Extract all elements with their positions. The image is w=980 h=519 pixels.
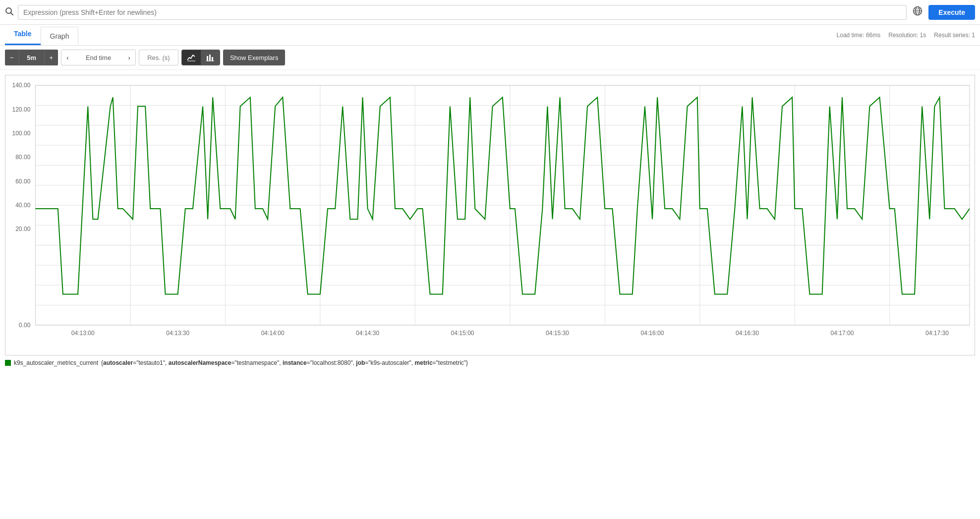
tabs: Table Graph (5, 25, 78, 45)
tab-graph[interactable]: Graph (41, 27, 79, 45)
resolution-stat: Resolution: 1s (888, 32, 926, 39)
svg-text:04:13:00: 04:13:00 (71, 330, 95, 337)
chart-container: 140.00 120.00 100.00 80.00 60.00 40.00 2… (0, 70, 980, 355)
svg-text:40.00: 40.00 (15, 202, 31, 209)
load-time-stat: Load time: 66ms (837, 32, 881, 39)
svg-text:04:15:30: 04:15:30 (546, 330, 569, 337)
duration-plus-button[interactable]: + (44, 50, 58, 65)
search-icon[interactable] (5, 7, 14, 18)
chart-wrap: 140.00 120.00 100.00 80.00 60.00 40.00 2… (5, 75, 975, 355)
svg-text:120.00: 120.00 (12, 106, 30, 113)
chart-type-group (181, 50, 220, 65)
svg-text:04:13:30: 04:13:30 (166, 330, 189, 337)
svg-rect-8 (207, 56, 208, 61)
duration-group: − 5m + (5, 50, 58, 65)
line-chart-button[interactable] (182, 50, 201, 65)
legend-color (5, 360, 11, 366)
svg-text:100.00: 100.00 (12, 130, 30, 137)
end-time-next-button[interactable]: › (123, 50, 135, 65)
svg-text:04:17:30: 04:17:30 (925, 330, 949, 337)
duration-minus-button[interactable]: − (5, 50, 19, 65)
search-input[interactable]: k9s_autoscaler_metrics_current (18, 5, 907, 20)
legend: k9s_autoscaler_metrics_current {autoscal… (0, 355, 980, 370)
svg-line-1 (11, 12, 13, 15)
svg-text:04:16:00: 04:16:00 (641, 330, 664, 337)
svg-text:04:14:00: 04:14:00 (261, 330, 285, 337)
svg-rect-10 (212, 57, 213, 61)
legend-labels: {autoscaler="testauto1", autoscalerNames… (101, 359, 468, 366)
duration-display: 5m (19, 54, 44, 61)
execute-button[interactable]: Execute (928, 5, 975, 20)
end-time-label: End time (74, 54, 123, 61)
tab-table[interactable]: Table (5, 25, 41, 45)
svg-text:04:16:30: 04:16:30 (736, 330, 759, 337)
svg-rect-9 (209, 55, 211, 61)
svg-text:80.00: 80.00 (15, 154, 31, 161)
show-exemplars-button[interactable]: Show Exemplars (223, 50, 286, 65)
svg-text:140.00: 140.00 (12, 82, 30, 89)
svg-text:04:14:30: 04:14:30 (356, 330, 379, 337)
toolbar: − 5m + ‹ End time › Show Exemplars (0, 46, 980, 70)
tabs-row: Table Graph Load time: 66ms Resolution: … (0, 25, 980, 46)
svg-text:04:17:00: 04:17:00 (830, 330, 854, 337)
search-bar: k9s_autoscaler_metrics_current Execute (0, 0, 980, 25)
stats-info: Load time: 66ms Resolution: 1s Result se… (837, 28, 975, 43)
resolution-input[interactable] (139, 50, 178, 65)
svg-text:0.00: 0.00 (19, 322, 31, 329)
svg-text:20.00: 20.00 (15, 226, 31, 232)
globe-icon[interactable] (911, 4, 924, 20)
bar-chart-button[interactable] (201, 50, 220, 65)
svg-text:04:15:00: 04:15:00 (451, 330, 474, 337)
legend-metric-name: k9s_autoscaler_metrics_current (14, 359, 98, 366)
svg-text:60.00: 60.00 (15, 178, 31, 185)
end-time-prev-button[interactable]: ‹ (61, 50, 73, 65)
chart-svg: 140.00 120.00 100.00 80.00 60.00 40.00 2… (5, 75, 975, 355)
result-series-stat: Result series: 1 (934, 32, 975, 39)
end-time-group: ‹ End time › (61, 50, 136, 65)
